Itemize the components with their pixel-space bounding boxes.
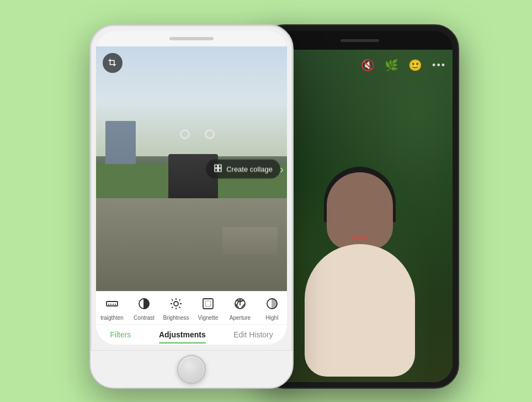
svg-line-16 [179, 307, 180, 308]
status-bar [267, 31, 453, 50]
tool-aperture[interactable]: Aperture [224, 297, 256, 321]
phone-front-inner: Create collage › [96, 31, 287, 345]
chevron-right-icon[interactable]: › [280, 162, 284, 175]
brightness-icon [169, 297, 183, 313]
portrait-bg: 🔇 🌿 🙂 ••• [267, 50, 453, 382]
portrait-photo: 🔇 🌿 🙂 ••• [267, 50, 453, 382]
svg-point-10 [174, 302, 178, 306]
person-silhouette [299, 172, 421, 382]
svg-rect-3 [219, 168, 221, 171]
tab-filters[interactable]: Filters [110, 330, 131, 341]
portrait-icons: 🔇 🌿 🙂 ••• [361, 59, 446, 72]
create-collage-label: Create collage [226, 165, 273, 173]
crop-icon[interactable] [103, 53, 123, 73]
tool-brightness[interactable]: Brightness [160, 297, 192, 321]
svg-line-17 [172, 307, 173, 308]
phone-front: Create collage › [89, 24, 294, 389]
contrast-label: Contrast [134, 315, 155, 321]
city-photo: Create collage › [96, 46, 287, 291]
svg-line-18 [179, 299, 180, 300]
shoulder-shape [305, 244, 415, 377]
tab-edit-history[interactable]: Edit History [233, 330, 273, 341]
svg-rect-4 [107, 302, 118, 306]
aperture-label: Aperture [230, 315, 251, 321]
aperture-icon [233, 297, 247, 313]
home-button[interactable] [177, 355, 206, 384]
tab-adjustments[interactable]: Adjustments [159, 330, 206, 341]
emoji-icon[interactable]: 🙂 [408, 59, 422, 72]
svg-rect-20 [205, 301, 211, 306]
svg-line-15 [172, 299, 173, 300]
brightness-label: Brightness [163, 315, 189, 321]
svg-rect-19 [203, 299, 213, 309]
svg-rect-2 [215, 168, 217, 171]
speaker-grill [169, 37, 214, 40]
tool-vignette[interactable]: Vignette [192, 297, 224, 321]
mute-icon[interactable]: 🔇 [361, 59, 375, 72]
highlights-icon [265, 297, 279, 313]
home-button-area [91, 350, 292, 388]
vignette-label: Vignette [198, 315, 219, 321]
straighten-label: traigthten [100, 315, 124, 321]
tabs-row: Filters Adjustments Edit History [96, 324, 287, 345]
tool-contrast[interactable]: Contrast [128, 297, 160, 321]
phone-back-inner: 🔇 🌿 🙂 ••• [267, 31, 453, 382]
create-collage-button[interactable]: Create collage [206, 159, 280, 178]
tools-row: traigthten Contrast [96, 291, 287, 324]
svg-rect-0 [215, 165, 217, 167]
speaker-back [341, 39, 379, 42]
tool-highlights[interactable]: Highl [256, 297, 287, 321]
head-shape [327, 172, 393, 250]
more-icon[interactable]: ••• [432, 60, 446, 71]
contrast-icon [137, 297, 151, 313]
straighten-icon [105, 297, 119, 313]
phones-container: 🔇 🌿 🙂 ••• [73, 13, 459, 389]
phone-top-bar [96, 31, 287, 46]
collage-icon [214, 163, 222, 174]
highlights-label: Highl [266, 315, 279, 321]
tool-straighten[interactable]: traigthten [96, 297, 128, 321]
svg-rect-1 [219, 165, 221, 167]
leaf-icon[interactable]: 🌿 [385, 59, 398, 72]
vignette-icon [201, 297, 215, 313]
